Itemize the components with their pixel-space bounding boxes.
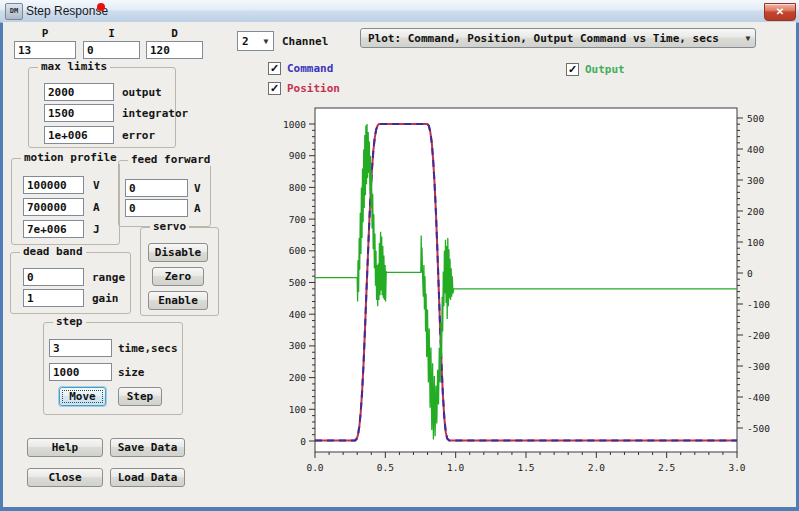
channel-select[interactable]: 2 ▼ (237, 31, 274, 51)
svg-text:0.0: 0.0 (306, 462, 323, 473)
ff-accel-field[interactable] (125, 199, 188, 217)
step-time-field[interactable] (49, 339, 112, 357)
motion-profile-group-title: motion profile (21, 151, 120, 164)
profile-accel-field[interactable] (23, 198, 84, 216)
motion-profile-group: motion profile V A J (11, 158, 120, 245)
svg-text:-100: -100 (747, 299, 770, 310)
recording-dot (97, 3, 105, 11)
help-button[interactable]: Help (27, 438, 103, 457)
svg-text:800: 800 (289, 182, 306, 193)
profile-velocity-field[interactable] (23, 176, 84, 194)
max-limits-group-title: max limits (38, 60, 110, 73)
plot-mode-select[interactable]: Plot: Command, Position, Output Command … (360, 28, 756, 48)
step-size-label: size (118, 366, 145, 379)
ff-accel-label: A (194, 202, 201, 215)
step-time-label: time,secs (118, 342, 178, 355)
output-checkbox[interactable]: ✓ (566, 63, 579, 76)
ff-velocity-label: V (194, 182, 201, 195)
servo-group-title: servo (150, 220, 189, 233)
svg-text:700: 700 (289, 214, 306, 225)
title-bar[interactable]: DM Step Response ✕ (0, 0, 799, 23)
dead-band-group: dead band range gain (10, 252, 131, 314)
feed-forward-group: feed forward V A (118, 160, 211, 227)
servo-zero-button[interactable]: Zero (152, 267, 204, 286)
svg-text:0.5: 0.5 (377, 462, 394, 473)
window-title: Step Response (26, 4, 108, 18)
p-label: P (14, 27, 76, 40)
ff-velocity-field[interactable] (125, 179, 188, 197)
i-gain-field[interactable] (83, 41, 140, 59)
svg-text:300: 300 (747, 175, 764, 186)
svg-text:600: 600 (289, 245, 306, 256)
d-gain-field[interactable] (146, 41, 203, 59)
p-gain-field[interactable] (14, 41, 76, 59)
chevron-down-icon: ▼ (259, 37, 273, 46)
position-checkbox-label: Position (287, 82, 340, 95)
profile-jerk-label: J (93, 223, 100, 236)
servo-group: servo Disable Zero Enable (140, 227, 219, 316)
load-data-button[interactable]: Load Data (110, 468, 185, 487)
max-integrator-label: integrator (122, 107, 188, 120)
svg-text:2.0: 2.0 (588, 462, 605, 473)
position-checkbox[interactable]: ✓ (268, 82, 281, 95)
step-button[interactable]: Step (118, 387, 162, 406)
svg-text:1.5: 1.5 (517, 462, 534, 473)
step-group-title: step (53, 315, 86, 328)
channel-value: 2 (238, 35, 259, 48)
max-limits-group: max limits output integrator error (28, 67, 176, 148)
close-button[interactable]: Close (27, 468, 103, 487)
svg-text:100: 100 (747, 237, 764, 248)
svg-text:400: 400 (747, 144, 764, 155)
servo-enable-button[interactable]: Enable (148, 291, 208, 310)
svg-text:100: 100 (289, 404, 306, 415)
channel-label: Channel (282, 35, 328, 48)
app-icon: DM (5, 3, 23, 20)
servo-disable-button[interactable]: Disable (148, 243, 208, 262)
deadband-range-label: range (92, 271, 125, 284)
max-output-label: output (122, 86, 162, 99)
deadband-gain-label: gain (92, 292, 119, 305)
d-label: D (146, 27, 203, 40)
svg-text:3.0: 3.0 (728, 462, 745, 473)
svg-text:2.5: 2.5 (658, 462, 675, 473)
svg-text:900: 900 (289, 150, 306, 161)
max-error-field[interactable] (44, 126, 114, 144)
deadband-range-field[interactable] (23, 268, 84, 286)
svg-text:1000: 1000 (283, 119, 306, 130)
close-window-button[interactable]: ✕ (764, 3, 796, 21)
step-group: step time,secs size Move Step (43, 322, 183, 415)
feed-forward-group-title: feed forward (128, 153, 213, 166)
svg-text:400: 400 (289, 309, 306, 320)
svg-text:300: 300 (289, 340, 306, 351)
svg-text:1.0: 1.0 (447, 462, 464, 473)
svg-text:-400: -400 (747, 392, 770, 403)
command-checkbox-label: Command (287, 62, 333, 75)
max-error-label: error (122, 129, 155, 142)
move-button[interactable]: Move (59, 387, 106, 406)
output-checkbox-label: Output (585, 63, 625, 76)
step-size-field[interactable] (49, 363, 112, 381)
svg-text:200: 200 (747, 206, 764, 217)
profile-velocity-label: V (93, 179, 100, 192)
svg-text:0: 0 (300, 436, 306, 447)
command-checkbox[interactable]: ✓ (268, 62, 281, 75)
svg-text:500: 500 (747, 113, 764, 124)
svg-text:-300: -300 (747, 361, 770, 372)
svg-text:-200: -200 (747, 330, 770, 341)
svg-text:200: 200 (289, 372, 306, 383)
i-label: I (83, 27, 140, 40)
step-response-chart: 01002003004005006007008009001000-500-400… (258, 98, 793, 498)
profile-jerk-field[interactable] (23, 220, 84, 238)
save-data-button[interactable]: Save Data (110, 438, 185, 457)
dead-band-group-title: dead band (20, 245, 86, 258)
svg-text:0: 0 (747, 268, 753, 279)
svg-text:500: 500 (289, 277, 306, 288)
max-integrator-field[interactable] (44, 104, 114, 122)
svg-text:-500: -500 (747, 423, 770, 434)
profile-accel-label: A (93, 201, 100, 214)
max-output-field[interactable] (44, 83, 114, 101)
deadband-gain-field[interactable] (23, 289, 84, 307)
chevron-down-icon: ▼ (741, 34, 755, 43)
step-response-window: DM Step Response ✕ P I D 2 ▼ Channel Plo… (0, 0, 799, 511)
plot-mode-value: Plot: Command, Position, Output Command … (361, 32, 741, 45)
